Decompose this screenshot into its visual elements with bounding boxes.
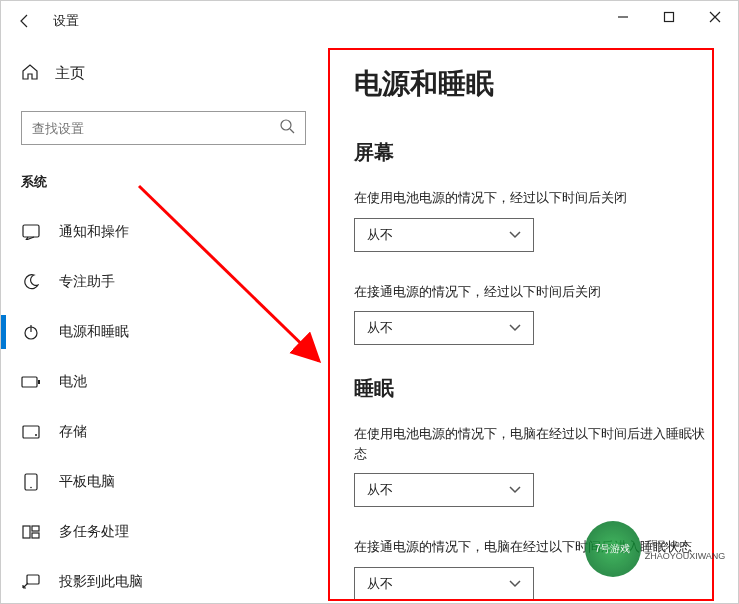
sleep-battery-dropdown[interactable]: 从不 xyxy=(354,473,534,507)
home-link[interactable]: 主页 xyxy=(21,61,306,85)
home-icon xyxy=(21,63,39,84)
sleep-heading: 睡眠 xyxy=(354,375,708,402)
project-icon xyxy=(21,572,41,592)
notifications-icon xyxy=(21,222,41,242)
dropdown-value: 从不 xyxy=(367,226,393,244)
dropdown-value: 从不 xyxy=(367,575,393,593)
screen-plugged-dropdown[interactable]: 从不 xyxy=(354,311,534,345)
svg-rect-13 xyxy=(23,526,30,538)
arrow-left-icon xyxy=(17,13,33,29)
nav-label: 存储 xyxy=(59,423,87,441)
dropdown-value: 从不 xyxy=(367,319,393,337)
content-area: 电源和睡眠 屏幕 在使用电池电源的情况下，经过以下时间后关闭 从不 在接通电源的… xyxy=(326,41,738,603)
chevron-down-icon xyxy=(509,324,521,332)
window-title: 设置 xyxy=(53,12,79,30)
nav-label: 电源和睡眠 xyxy=(59,323,129,341)
maximize-icon xyxy=(663,11,675,23)
svg-rect-15 xyxy=(32,533,39,538)
battery-icon xyxy=(21,372,41,392)
sleep-plugged-label: 在接通电源的情况下，电脑在经过以下时间后进入睡眠状态 xyxy=(354,537,708,557)
nav-label: 平板电脑 xyxy=(59,473,115,491)
screen-heading: 屏幕 xyxy=(354,139,708,166)
svg-rect-16 xyxy=(27,575,39,584)
storage-icon xyxy=(21,422,41,442)
screen-plugged-label: 在接通电源的情况下，经过以下时间后关闭 xyxy=(354,282,708,302)
svg-rect-4 xyxy=(23,225,39,237)
svg-rect-1 xyxy=(665,13,674,22)
nav-power-sleep[interactable]: 电源和睡眠 xyxy=(21,307,306,357)
nav-battery[interactable]: 电池 xyxy=(21,357,306,407)
home-label: 主页 xyxy=(55,64,85,83)
nav-label: 投影到此电脑 xyxy=(59,573,143,591)
search-box[interactable] xyxy=(21,111,306,145)
sleep-battery-label: 在使用电池电源的情况下，电脑在经过以下时间后进入睡眠状态 xyxy=(354,424,708,463)
svg-rect-8 xyxy=(38,380,40,384)
nav-label: 通知和操作 xyxy=(59,223,129,241)
svg-line-3 xyxy=(290,129,294,133)
svg-rect-14 xyxy=(32,526,39,531)
nav-notifications[interactable]: 通知和操作 xyxy=(21,207,306,257)
power-icon xyxy=(21,322,41,342)
chevron-down-icon xyxy=(509,231,521,239)
tablet-icon xyxy=(21,472,41,492)
back-button[interactable] xyxy=(13,9,37,33)
chevron-down-icon xyxy=(509,580,521,588)
chevron-down-icon xyxy=(509,486,521,494)
search-icon xyxy=(279,118,295,138)
nav-focus-assist[interactable]: 专注助手 xyxy=(21,257,306,307)
sidebar: 主页 系统 通知和操作 专注助手 电源和睡眠 xyxy=(1,41,326,603)
svg-point-10 xyxy=(35,434,37,436)
nav-list: 通知和操作 专注助手 电源和睡眠 电池 存储 xyxy=(21,207,306,603)
nav-label: 电池 xyxy=(59,373,87,391)
nav-tablet[interactable]: 平板电脑 xyxy=(21,457,306,507)
nav-label: 专注助手 xyxy=(59,273,115,291)
svg-rect-7 xyxy=(22,377,37,387)
close-icon xyxy=(709,11,721,23)
search-input[interactable] xyxy=(32,121,279,136)
svg-point-12 xyxy=(30,487,32,489)
minimize-icon xyxy=(617,11,629,23)
multitask-icon xyxy=(21,522,41,542)
svg-rect-9 xyxy=(23,426,39,438)
nav-projecting[interactable]: 投影到此电脑 xyxy=(21,557,306,603)
nav-multitask[interactable]: 多任务处理 xyxy=(21,507,306,557)
nav-storage[interactable]: 存储 xyxy=(21,407,306,457)
sleep-plugged-dropdown[interactable]: 从不 xyxy=(354,567,534,601)
moon-icon xyxy=(21,272,41,292)
minimize-button[interactable] xyxy=(600,1,646,33)
close-button[interactable] xyxy=(692,1,738,33)
nav-label: 多任务处理 xyxy=(59,523,129,541)
screen-battery-label: 在使用电池电源的情况下，经过以下时间后关闭 xyxy=(354,188,708,208)
section-label: 系统 xyxy=(21,173,306,191)
screen-battery-dropdown[interactable]: 从不 xyxy=(354,218,534,252)
dropdown-value: 从不 xyxy=(367,481,393,499)
titlebar: 设置 xyxy=(1,1,738,41)
page-title: 电源和睡眠 xyxy=(354,65,708,103)
maximize-button[interactable] xyxy=(646,1,692,33)
svg-point-2 xyxy=(281,120,291,130)
